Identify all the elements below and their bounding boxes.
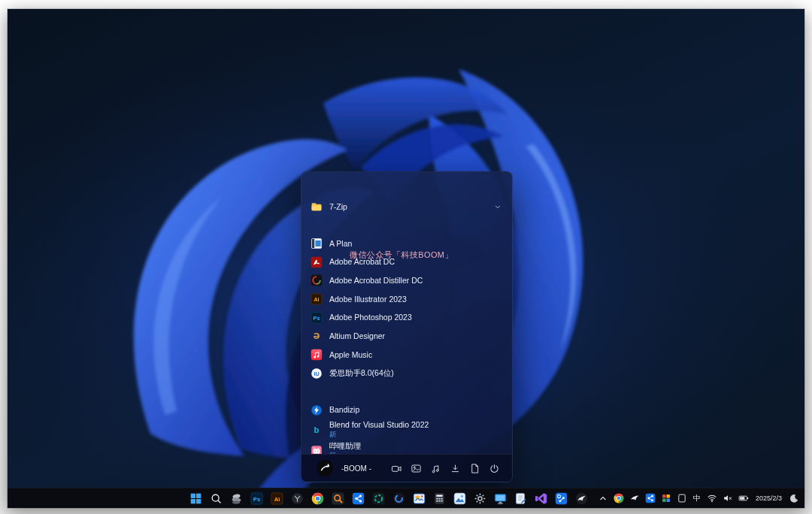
app-label: 哔哩助理 bbox=[329, 442, 361, 450]
pinned-notepad[interactable] bbox=[514, 491, 527, 505]
tray-share-app[interactable] bbox=[644, 492, 656, 504]
app-item[interactable]: Apple Music bbox=[308, 346, 506, 364]
tray-hidden-icons-button[interactable] bbox=[597, 492, 609, 504]
pinned-media-viewer[interactable] bbox=[412, 491, 426, 505]
app-label: Adobe Acrobat Distiller DC bbox=[329, 277, 423, 285]
chevron-down-icon[interactable] bbox=[492, 201, 503, 212]
taskbar: PsAi 中2025/2/3 bbox=[8, 488, 804, 508]
tray-date[interactable]: 2025/2/3 bbox=[753, 488, 784, 508]
ai-icon: Ai bbox=[271, 492, 283, 505]
pinned-app-teal-ring[interactable] bbox=[371, 491, 385, 505]
app-section: BandizipbBlend for Visual Studio 2022新哔哩… bbox=[308, 401, 506, 454]
app-item[interactable]: A Plan bbox=[308, 234, 506, 253]
tray-wifi[interactable] bbox=[706, 492, 718, 504]
app-label: Bandizip bbox=[329, 406, 359, 414]
ps-icon: Ps bbox=[311, 312, 323, 324]
share-blue-icon bbox=[352, 492, 365, 505]
svg-text:Ə: Ə bbox=[314, 331, 320, 340]
eagle-icon bbox=[575, 492, 588, 505]
pinned-app-stones[interactable] bbox=[229, 491, 243, 505]
bandizip-icon bbox=[311, 404, 323, 416]
start-menu-footer: -BOOM - bbox=[301, 454, 512, 482]
start-menu: 微信公众号「科技BOOM」 7-ZipA PlanAdobe Acrobat D… bbox=[301, 171, 513, 482]
pinned-share-app[interactable] bbox=[351, 491, 365, 505]
pinned-display[interactable] bbox=[493, 491, 507, 505]
pinned-illustrator[interactable]: Ai bbox=[270, 491, 283, 505]
battery-icon bbox=[738, 493, 749, 503]
bird-icon bbox=[629, 493, 640, 503]
wifi-icon bbox=[707, 493, 717, 503]
altium-icon: Ə bbox=[311, 330, 323, 342]
f-power-icon bbox=[489, 463, 500, 474]
app-item[interactable]: 7-Zip bbox=[308, 198, 506, 216]
documents-folder-button[interactable] bbox=[469, 463, 480, 474]
orange-search-icon bbox=[332, 492, 344, 505]
app-item[interactable]: AiAdobe Illustrator 2023 bbox=[308, 290, 506, 309]
pinned-calculator[interactable] bbox=[432, 491, 446, 505]
app-section: A PlanAdobe Acrobat DCAdobe Acrobat Dist… bbox=[308, 234, 506, 383]
calculator-icon bbox=[433, 492, 446, 505]
bili-icon bbox=[311, 445, 323, 454]
f-music-icon bbox=[430, 463, 441, 474]
power-button[interactable] bbox=[489, 463, 500, 474]
pinned-eagle-app[interactable] bbox=[574, 491, 588, 505]
vs-icon bbox=[535, 492, 547, 505]
videos-folder-button[interactable] bbox=[391, 463, 402, 474]
tray-eagle-app[interactable] bbox=[629, 492, 641, 504]
stone-icon bbox=[230, 492, 243, 505]
app-item[interactable]: PsAdobe Photoshop 2023 bbox=[308, 308, 506, 327]
monitor-icon bbox=[494, 492, 507, 505]
svg-text:Ps: Ps bbox=[253, 495, 259, 502]
settings-icon bbox=[474, 492, 486, 505]
f-video-icon bbox=[391, 463, 402, 474]
app-item[interactable]: bBlend for Visual Studio 2022新 bbox=[308, 419, 506, 440]
footer-shortcuts bbox=[391, 463, 500, 474]
square-outline-icon bbox=[677, 493, 687, 503]
music-folder-button[interactable] bbox=[430, 463, 441, 474]
user-avatar[interactable] bbox=[317, 460, 333, 476]
tray-battery[interactable] bbox=[738, 492, 750, 504]
app-item[interactable]: 哔哩助理新 bbox=[308, 440, 506, 454]
chrome-icon bbox=[614, 493, 624, 503]
app-label: Adobe Illustrator 2023 bbox=[329, 295, 407, 304]
win-icon bbox=[189, 492, 202, 505]
downloads-folder-button[interactable] bbox=[450, 463, 461, 474]
user-name[interactable]: -BOOM - bbox=[341, 464, 371, 473]
new-badge: 新 bbox=[329, 431, 429, 439]
pinned-app-sphere[interactable] bbox=[290, 491, 304, 505]
pinned-device-share[interactable] bbox=[554, 491, 568, 505]
tray-window-app[interactable] bbox=[676, 492, 688, 504]
tray-notification-moon[interactable] bbox=[788, 492, 800, 504]
pinned-browser[interactable] bbox=[392, 491, 405, 505]
app-item[interactable]: Bandizip bbox=[308, 401, 506, 419]
app-label: Adobe Acrobat DC bbox=[329, 258, 395, 266]
pinned-photoshop[interactable]: Ps bbox=[250, 491, 263, 505]
ring-teal-icon bbox=[372, 492, 385, 505]
tray-ime-indicator[interactable]: 中 bbox=[692, 488, 702, 508]
moon-icon bbox=[789, 493, 799, 503]
app-item[interactable]: ƏAltium Designer bbox=[308, 327, 506, 346]
app-item[interactable]: Adobe Acrobat DC bbox=[308, 252, 506, 271]
tray-volume-muted[interactable] bbox=[722, 492, 734, 504]
app-item[interactable]: iU爱思助手8.0(64位) bbox=[308, 364, 506, 383]
search-button[interactable] bbox=[209, 491, 223, 505]
tray-chrome[interactable] bbox=[613, 492, 625, 504]
f-download-icon bbox=[450, 463, 461, 474]
ps-icon: Ps bbox=[250, 492, 263, 505]
app-item[interactable]: Adobe Acrobat Distiller DC bbox=[308, 271, 506, 290]
app-label: Adobe Photoshop 2023 bbox=[329, 313, 412, 322]
all-apps-list: 7-ZipA PlanAdobe Acrobat DCAdobe Acrobat… bbox=[301, 172, 512, 454]
app-label: Blend for Visual Studio 2022 bbox=[329, 421, 429, 429]
app-label: A Plan bbox=[329, 240, 352, 248]
pinned-visual-studio[interactable] bbox=[534, 491, 547, 505]
tray-colorful-app[interactable] bbox=[660, 492, 672, 504]
pinned-chrome[interactable] bbox=[311, 491, 324, 505]
start-button[interactable] bbox=[189, 491, 202, 505]
apple-music-icon bbox=[311, 349, 323, 361]
pictures-folder-button[interactable] bbox=[411, 463, 422, 474]
pinned-photos[interactable] bbox=[453, 491, 466, 505]
pinned-settings[interactable] bbox=[473, 491, 486, 505]
desktop: 微信公众号「科技BOOM」 7-ZipA PlanAdobe Acrobat D… bbox=[8, 9, 804, 508]
aisi-icon: iU bbox=[311, 367, 323, 379]
pinned-search-tool[interactable] bbox=[331, 491, 344, 505]
